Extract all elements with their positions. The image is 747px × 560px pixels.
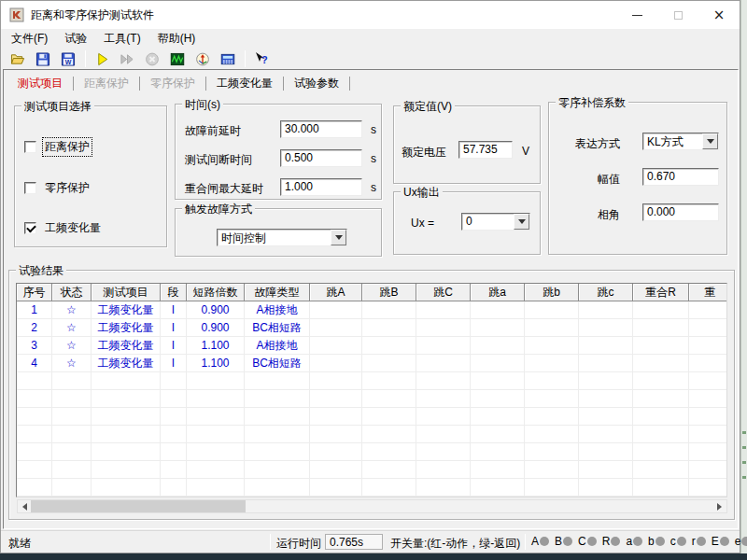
column-header[interactable]: 短路倍数 bbox=[187, 284, 245, 301]
app-window: 距离和零序保护测试软件 × 文件(F)试验工具(T)帮助(H) W? 测试项目距… bbox=[0, 0, 740, 553]
column-header[interactable]: 跳C bbox=[416, 284, 471, 301]
checkbox-zero-seq-protection[interactable]: 零序保护 bbox=[24, 179, 92, 197]
column-header[interactable]: 段 bbox=[161, 284, 187, 301]
switch-indicator: r bbox=[692, 535, 706, 548]
menu-tools[interactable]: 工具(T) bbox=[95, 29, 148, 49]
checkbox-unchecked-icon[interactable] bbox=[24, 141, 36, 153]
table-cell bbox=[310, 337, 362, 355]
input-amplitude[interactable]: 0.670 bbox=[642, 168, 719, 186]
menu-test[interactable]: 试验 bbox=[56, 29, 95, 49]
checkbox-distance-protection[interactable]: 距离保护 bbox=[24, 138, 92, 156]
table-cell bbox=[310, 301, 362, 319]
table-row[interactable]: 2☆工频变化量I0.900BC相短路 bbox=[17, 319, 726, 337]
calculator-icon[interactable] bbox=[217, 49, 239, 68]
column-header[interactable]: 重 bbox=[689, 284, 727, 301]
ux-output-combo[interactable]: 0 bbox=[461, 213, 530, 231]
column-header[interactable]: 跳B bbox=[362, 284, 416, 301]
table-cell bbox=[633, 301, 689, 319]
waveform-icon[interactable] bbox=[166, 49, 189, 68]
table-cell bbox=[52, 390, 92, 408]
column-header[interactable]: 跳b bbox=[525, 284, 579, 301]
close-button[interactable]: × bbox=[698, 1, 740, 29]
start-test-icon[interactable] bbox=[91, 49, 113, 68]
table-cell bbox=[579, 372, 633, 390]
group-title: 零序补偿系数 bbox=[556, 95, 628, 111]
table-cell bbox=[362, 355, 416, 372]
table-cell bbox=[17, 390, 52, 408]
column-header[interactable]: 跳a bbox=[471, 284, 525, 301]
column-header[interactable]: 故障类型 bbox=[245, 284, 310, 301]
horizontal-scrollbar[interactable] bbox=[17, 499, 727, 513]
column-header[interactable]: 测试项目 bbox=[92, 284, 161, 301]
maximize-button[interactable] bbox=[657, 1, 698, 29]
table-cell bbox=[579, 426, 633, 443]
table-cell bbox=[310, 408, 362, 426]
minimize-button[interactable] bbox=[616, 1, 657, 29]
switch-indicator-list: ABCRabcrEe bbox=[531, 535, 747, 548]
indicator-dot-icon bbox=[655, 537, 665, 546]
statusbar-divider bbox=[270, 534, 271, 550]
chevron-down-icon[interactable] bbox=[514, 214, 529, 230]
tab-separator bbox=[139, 77, 140, 91]
tab-test-items[interactable]: 测试项目 bbox=[8, 75, 72, 93]
table-cell: 0.900 bbox=[187, 301, 245, 319]
scroll-right-icon[interactable] bbox=[713, 500, 726, 512]
table-cell bbox=[689, 301, 727, 319]
indicator-label: C bbox=[578, 535, 586, 548]
table-row[interactable]: 4☆工频变化量I1.100BC相短路 bbox=[17, 355, 726, 372]
input-fault-pre-delay[interactable]: 30.000 bbox=[280, 120, 362, 138]
input-test-interval[interactable]: 0.500 bbox=[280, 149, 362, 167]
group-title: 额定值(V) bbox=[401, 99, 455, 115]
table-cell bbox=[187, 426, 245, 443]
runtime-value: 0.765s bbox=[325, 534, 383, 550]
table-cell bbox=[525, 337, 579, 355]
checkbox-power-freq-change[interactable]: 工频变化量 bbox=[24, 219, 103, 237]
indicator-dot-icon bbox=[741, 537, 747, 546]
open-icon[interactable] bbox=[7, 49, 29, 68]
save-icon[interactable] bbox=[32, 49, 54, 68]
table-cell bbox=[17, 479, 52, 497]
table-row[interactable]: 3☆工频变化量I1.100A相接地 bbox=[17, 337, 726, 355]
table-row bbox=[17, 408, 726, 426]
indicator-label: e bbox=[735, 535, 741, 548]
table-cell bbox=[471, 479, 525, 497]
column-header[interactable]: 重合R bbox=[633, 284, 689, 301]
column-header[interactable]: 跳A bbox=[310, 284, 362, 301]
table-cell bbox=[52, 479, 92, 497]
context-help-icon[interactable]: ? bbox=[250, 49, 273, 68]
taskbar-sliver bbox=[0, 553, 747, 560]
indicator-label: c bbox=[670, 535, 676, 548]
menu-help[interactable]: 帮助(H) bbox=[149, 29, 204, 49]
chevron-down-icon[interactable] bbox=[702, 133, 718, 149]
table-cell bbox=[161, 390, 187, 408]
phasor-icon[interactable] bbox=[191, 49, 214, 68]
indicator-label: B bbox=[555, 535, 562, 548]
tab-test-parameters[interactable]: 试验参数 bbox=[285, 75, 348, 93]
input-reclose-max-delay[interactable]: 1.000 bbox=[280, 178, 362, 196]
table-cell bbox=[362, 372, 416, 390]
table-row[interactable]: 1☆工频变化量I0.900A相接地 bbox=[17, 301, 726, 319]
scroll-left-icon[interactable] bbox=[18, 500, 31, 512]
tab-power-freq-change[interactable]: 工频变化量 bbox=[207, 75, 282, 93]
rated-voltage-input[interactable]: 57.735 bbox=[458, 141, 513, 159]
status-ready-text: 就绪 bbox=[8, 536, 31, 552]
input-phase-angle[interactable]: 0.000 bbox=[642, 203, 719, 221]
trigger-mode-combo[interactable]: 时间控制 bbox=[217, 229, 347, 246]
table-cell bbox=[416, 372, 471, 390]
column-header[interactable]: 状态 bbox=[52, 284, 92, 301]
menu-file[interactable]: 文件(F) bbox=[3, 29, 56, 49]
chevron-down-icon[interactable] bbox=[331, 230, 346, 245]
checkbox-checked-icon[interactable] bbox=[24, 222, 36, 234]
table-cell bbox=[161, 443, 187, 461]
indicator-dot-icon bbox=[677, 537, 686, 546]
table-cell: 工频变化量 bbox=[92, 301, 161, 319]
column-header[interactable]: 序号 bbox=[17, 284, 52, 301]
table-cell bbox=[310, 319, 362, 337]
checkbox-unchecked-icon[interactable] bbox=[24, 182, 36, 194]
export-word-icon[interactable]: W bbox=[57, 49, 79, 68]
column-header[interactable]: 跳c bbox=[579, 284, 633, 301]
scrollbar-thumb[interactable] bbox=[31, 500, 246, 512]
combo-expression-mode[interactable]: KL方式 bbox=[642, 133, 719, 150]
ux-label: Ux = bbox=[411, 217, 434, 230]
table-cell bbox=[689, 408, 727, 426]
